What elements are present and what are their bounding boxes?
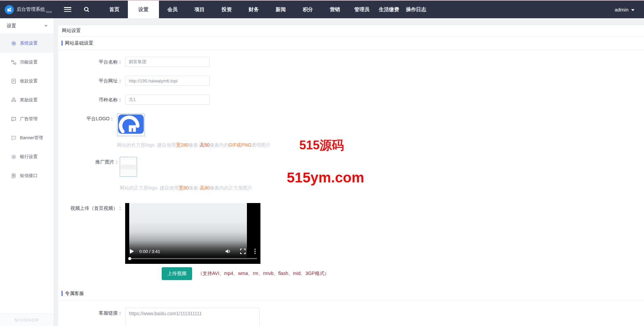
app-title: 后台管理系统: [17, 6, 45, 12]
sidebar-item-banner-management[interactable]: Banner管理: [0, 128, 54, 147]
menu-toggle-button[interactable]: [58, 1, 77, 18]
sidebar: 设置 系统设置 功能设置 收款设置 奖励设置 广告管理 Banne: [0, 18, 54, 326]
logo-hint: 网站的长方形logo. 建议使用宽280像素-高50像素内的GIF或PNG透明图…: [117, 142, 271, 148]
hint-text: 网站的长方形logo. 建议使用: [117, 142, 176, 148]
page-title: 网站设置: [62, 28, 81, 34]
basic-settings-form: 平台名称： 平台网址： 币种名称： 平台LOGO：: [58, 50, 644, 280]
nav-item-finance[interactable]: 财务: [240, 1, 267, 18]
hint-text: PNG: [241, 142, 251, 148]
nav-item-invest[interactable]: 投资: [213, 1, 240, 18]
beta-badge: beta: [46, 10, 52, 18]
user-name: admin: [615, 7, 628, 12]
hint-text: 像素内的: [210, 142, 229, 148]
sidebar-item-label: 短信接口: [20, 173, 38, 179]
sidebar-item-function-settings[interactable]: 功能设置: [0, 53, 54, 72]
nav-item-members[interactable]: 会员: [159, 1, 186, 18]
promo-image: [121, 158, 136, 176]
video-progress-bar[interactable]: [129, 258, 257, 259]
hint-text: 像素内的正方形图片: [210, 185, 252, 191]
field-label: 视频上传（首页视频）：: [58, 203, 122, 264]
sidebar-header[interactable]: 设置: [0, 18, 54, 34]
sidebar-item-label: Banner管理: [20, 135, 43, 141]
hint-text: 像素: [189, 142, 198, 148]
watermark-text: 515ym.com: [287, 170, 364, 186]
video-progress-handle[interactable]: [128, 257, 131, 260]
video-time: 0:00 / 3:41: [139, 249, 160, 254]
promo-upload-box[interactable]: [120, 157, 137, 177]
nav-item-marketing[interactable]: 营销: [321, 1, 348, 18]
share-icon: [11, 59, 17, 65]
hamburger-icon: [64, 7, 71, 12]
watermark-text: 515源码: [299, 137, 344, 154]
form-row-platform-logo: 平台LOGO： 网站的长方形logo. 建议使用宽280像素-高50像素内的GI…: [58, 114, 644, 148]
hint-text: 宽80: [179, 185, 189, 191]
sidebar-item-label: 银行设置: [20, 154, 38, 160]
platform-logo-image: [118, 115, 144, 134]
comment-dots-icon: [11, 116, 17, 122]
search-button[interactable]: [77, 1, 96, 18]
currency-name-input[interactable]: [125, 95, 210, 105]
sidebar-item-bank-settings[interactable]: 银行设置: [0, 147, 54, 166]
section-title: 专属客服: [65, 291, 84, 297]
field-label: 推广图片：: [58, 157, 119, 191]
overflow-menu-icon[interactable]: [254, 249, 256, 254]
sidebar-item-label: 奖励设置: [20, 97, 38, 103]
sidebar-footer-brand: NIUSHOP: [0, 314, 54, 326]
brand: 后台管理系统 beta: [0, 1, 58, 18]
nav-item-admins[interactable]: 管理员: [348, 1, 375, 18]
platform-url-input[interactable]: [125, 76, 210, 86]
form-row-currency-name: 币种名称：: [58, 95, 644, 105]
hint-text: 或: [236, 142, 241, 148]
sidebar-item-ad-management[interactable]: 广告管理: [0, 109, 54, 128]
upload-video-button[interactable]: 上传视频: [162, 267, 192, 280]
play-icon[interactable]: [130, 249, 134, 254]
shield-icon: [11, 173, 17, 179]
chevron-down-icon: [631, 9, 635, 11]
brand-logo-icon: [5, 5, 14, 14]
field-label: 平台LOGO：: [58, 114, 114, 148]
nav-item-life-pay[interactable]: 生活缴费: [375, 1, 402, 18]
section-title: 网站基础设置: [65, 40, 93, 46]
nav-item-home[interactable]: 首页: [101, 1, 128, 18]
hint-text: 高50: [200, 142, 210, 148]
user-menu[interactable]: admin: [615, 1, 644, 18]
breadcrumb: 网站设置: [58, 25, 644, 36]
form-row-platform-url: 平台网址：: [58, 76, 644, 86]
document-icon: [11, 78, 17, 84]
logo-upload-box[interactable]: [117, 114, 145, 136]
form-row-service-link: 客服链接： https://www.baidu.com1/111311111: [58, 308, 644, 326]
video-format-note: （支持AVI、mp4、wma、rm、rmvb、flash、mid、3GP格式）: [198, 271, 329, 277]
form-row-upload-button: 上传视频 （支持AVI、mp4、wma、rm、rmvb、flash、mid、3G…: [162, 267, 644, 280]
service-link-textarea[interactable]: https://www.baidu.com1/111311111: [125, 308, 260, 326]
collapse-caret-icon: [44, 25, 48, 27]
volume-icon[interactable]: [225, 249, 231, 254]
nav-item-logs[interactable]: 操作日志: [402, 1, 430, 18]
hint-text: 高80: [200, 185, 210, 191]
form-row-video-upload: 视频上传（首页视频）： 0:00 / 3:41: [58, 203, 644, 264]
fullscreen-icon[interactable]: [240, 249, 246, 254]
section-accent-bar: [62, 291, 63, 296]
nav-item-points[interactable]: 积分: [294, 1, 321, 18]
hint-text: 网站的正方形logo. 建议使用: [120, 185, 179, 191]
service-form: 客服链接： https://www.baidu.com1/111311111: [58, 300, 644, 326]
platform-name-input[interactable]: [125, 57, 210, 67]
video-player[interactable]: 0:00 / 3:41: [125, 203, 260, 264]
section-accent-bar: [62, 41, 63, 46]
gear-icon: [11, 41, 17, 46]
sidebar-title: 设置: [7, 23, 16, 29]
sidebar-item-sms-api[interactable]: 短信接口: [0, 166, 54, 185]
sidebar-item-label: 功能设置: [20, 59, 38, 65]
nav-item-news[interactable]: 新闻: [267, 1, 294, 18]
section-basic-settings-header: 网站基础设置: [58, 36, 644, 50]
promo-hint: 网站的正方形logo. 建议使用宽80像素-高80像素内的正方形图片: [120, 185, 252, 191]
sidebar-item-payment-settings[interactable]: 收款设置: [0, 72, 54, 91]
sidebar-item-system-settings[interactable]: 系统设置: [0, 34, 54, 53]
nav-item-settings[interactable]: 设置: [128, 1, 159, 18]
field-label: 币种名称：: [58, 95, 122, 105]
main-nav: 首页 设置 会员 项目 投资 财务 新闻 积分 营销 管理员 生活缴费 操作日志: [101, 1, 430, 18]
gear-icon: [11, 154, 17, 160]
reward-icon: [11, 97, 17, 103]
hint-text: GIF: [229, 142, 236, 148]
nav-item-projects[interactable]: 项目: [186, 1, 213, 18]
sidebar-item-reward-settings[interactable]: 奖励设置: [0, 91, 54, 109]
